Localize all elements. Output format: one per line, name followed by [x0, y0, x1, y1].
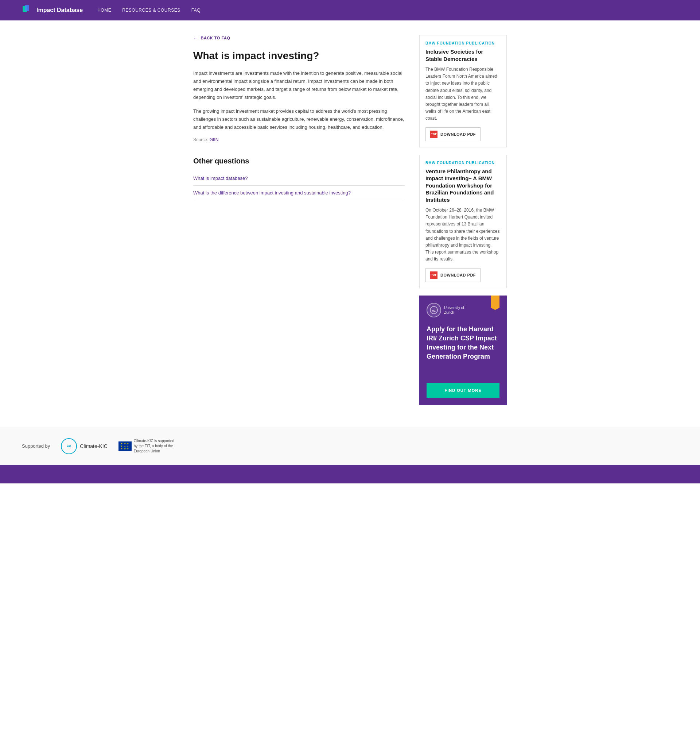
sidebar: BMW FOUNDATION PUBLICATION Inclusive Soc…	[419, 35, 507, 405]
pub1-title: Inclusive Societies for Stable Democraci…	[425, 48, 501, 62]
eit-circle-icon: eit	[61, 438, 77, 454]
university-logo-icon: UZ	[427, 303, 441, 317]
body-paragraph-1: Impact investments are investments made …	[193, 69, 405, 102]
other-questions-heading: Other questions	[193, 157, 405, 165]
pub2-label: BMW FOUNDATION PUBLICATION	[425, 161, 501, 165]
publication-card-1: BMW FOUNDATION PUBLICATION Inclusive Soc…	[419, 35, 507, 147]
university-name: University of Zurich	[444, 305, 464, 315]
promo-title: Apply for the Harvard IRI/ Zurich CSP Im…	[427, 325, 500, 362]
logo-icon	[22, 4, 34, 16]
uni-svg: UZ	[430, 306, 438, 314]
back-link-label: BACK TO FAQ	[201, 36, 230, 40]
pdf-icon-1: PDF	[430, 131, 437, 138]
body-paragraph-2: The growing impact investment market pro…	[193, 107, 405, 131]
site-header: Impact Database HOME RESOURCES & COURSES…	[0, 0, 700, 21]
pub1-desc: The BMW Foundation Responsible Leaders F…	[425, 66, 501, 122]
pub1-label: BMW FOUNDATION PUBLICATION	[425, 41, 501, 45]
eu-logo-area: ★ ★ ★★ ★ ★★ ★ ★ Climate-KIC is supported…	[118, 438, 178, 454]
eu-stars: ★ ★ ★★ ★ ★★ ★ ★	[121, 442, 129, 450]
svg-rect-1	[25, 5, 29, 11]
pdf-icon-2: PDF	[430, 271, 437, 279]
nav-faq[interactable]: FAQ	[191, 7, 201, 13]
back-arrow-icon: ←	[193, 35, 199, 41]
faq-link-2[interactable]: What is the difference between impact in…	[193, 186, 405, 200]
bottom-footer	[0, 465, 700, 483]
main-content: ← BACK TO FAQ What is impact investing? …	[193, 35, 405, 405]
pub2-title: Venture Philanthropy and Impact Investin…	[425, 168, 501, 203]
pub2-download-label: DOWNLOAD PDF	[440, 273, 476, 277]
faq-link-1[interactable]: What is impact database?	[193, 171, 405, 186]
footer-support: Supported by eit Climate-KIC ★ ★ ★★ ★ ★★…	[0, 427, 700, 465]
university-logo-area: UZ University of Zurich	[427, 303, 500, 317]
svg-text:UZ: UZ	[432, 310, 436, 312]
logo[interactable]: Impact Database	[22, 4, 83, 16]
pub2-desc: On October 26–28, 2016, the BMW Foundati…	[425, 207, 501, 263]
eu-support-text: Climate-KIC is supported by the EIT, a b…	[134, 438, 178, 454]
find-out-more-button[interactable]: FIND OUT MORE	[427, 383, 500, 398]
back-to-faq-link[interactable]: ← BACK TO FAQ	[193, 35, 405, 41]
pub2-download-button[interactable]: PDF DOWNLOAD PDF	[425, 268, 481, 282]
source-link[interactable]: GIIN	[210, 137, 219, 142]
promo-card: UZ University of Zurich Apply for the Ha…	[419, 296, 507, 405]
page-container: ← BACK TO FAQ What is impact investing? …	[186, 21, 514, 427]
eit-label: eit	[67, 444, 71, 448]
eu-flag-icon: ★ ★ ★★ ★ ★★ ★ ★	[118, 441, 131, 451]
logo-text: Impact Database	[36, 7, 83, 13]
nav-resources[interactable]: RESOURCES & COURSES	[122, 7, 181, 13]
source-label: Source:	[193, 137, 210, 142]
supported-by-label: Supported by	[22, 443, 50, 449]
climate-kic-text: Climate-KIC	[80, 443, 107, 449]
page-title: What is impact investing?	[193, 49, 405, 62]
pub1-download-button[interactable]: PDF DOWNLOAD PDF	[425, 127, 481, 141]
publication-card-2: BMW FOUNDATION PUBLICATION Venture Phila…	[419, 155, 507, 288]
source-line: Source: GIIN	[193, 137, 405, 142]
bookmark-icon	[491, 296, 500, 310]
pub1-download-label: DOWNLOAD PDF	[440, 132, 476, 136]
eit-logo: eit Climate-KIC	[61, 438, 107, 454]
nav-home[interactable]: HOME	[97, 7, 111, 13]
main-nav: HOME RESOURCES & COURSES FAQ	[97, 7, 200, 13]
